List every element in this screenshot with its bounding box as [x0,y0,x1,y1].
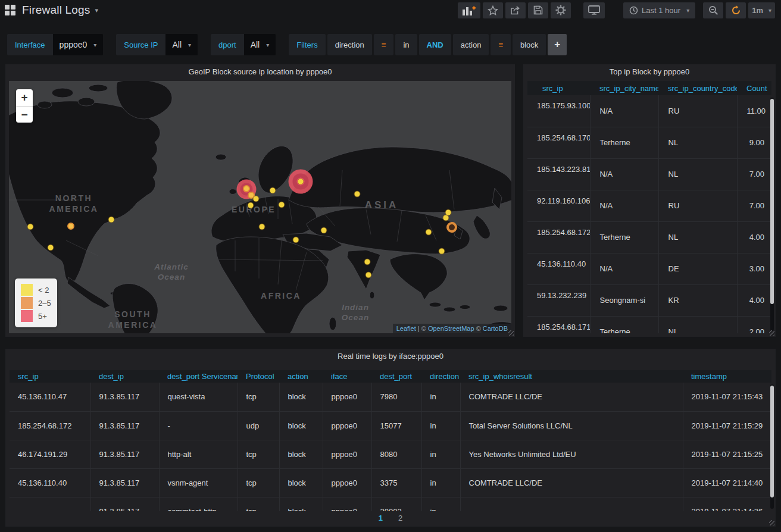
small-marker[interactable] [321,228,327,233]
column-header[interactable]: timestamp [683,370,771,383]
table-cell: 8080 [371,440,421,468]
dashboard-filter-bar: Interface pppoe0▾ Source IP All▾ dport A… [7,34,567,55]
column-header[interactable]: dest_port Servicename [159,370,238,383]
scrollbar-thumb[interactable] [770,99,774,304]
small-marker[interactable] [439,249,445,254]
small-marker[interactable] [279,202,285,208]
column-header[interactable]: src_ip_whoisresult [460,370,683,383]
filter-expr-item[interactable]: = [374,34,394,55]
map-label: Indian Ocean [342,303,369,323]
leaflet-link[interactable]: Leaflet [396,325,416,332]
openstreetmap-link[interactable]: OpenStreetMap [428,325,474,332]
column-header[interactable]: src_ip_country_code [658,81,737,95]
filter-expr-item[interactable]: = [491,34,511,55]
table-cell: COMTRADE LLC/DE [460,383,683,411]
small-marker[interactable] [426,230,432,235]
table-row: 91.3.85.117commtact-httptcpblockpppoe020… [10,497,771,511]
legend-swatch [21,310,33,322]
add-panel-button[interactable] [458,2,480,18]
column-header[interactable]: dest_ip [90,370,159,383]
zoom-out-time-button[interactable] [703,2,723,18]
small-marker[interactable] [443,215,449,221]
small-marker[interactable] [355,192,360,197]
small-marker[interactable] [48,245,54,251]
cartodb-link[interactable]: CartoDB [483,325,508,332]
table-cell: 91.3.85.117 [90,411,159,440]
map-attribution: Leaflet | © OpenStreetMap © CartoDB [393,324,511,333]
panel-title[interactable]: GeoIP Block source ip location by pppoe0 [5,64,515,80]
column-header[interactable]: src_ip_city_name [590,81,658,95]
scrollbar-track[interactable] [770,98,774,331]
top-ip-table: src_ipsrc_ip_city_namesrc_ip_country_cod… [527,81,771,333]
small-marker[interactable] [260,224,265,230]
ring-marker[interactable] [446,222,457,233]
zoom-in-button[interactable]: + [16,89,33,106]
table-row: 185.254.68.171TerherneNL2.00 [527,316,771,333]
panel-resize-handle[interactable] [769,330,774,336]
small-marker[interactable] [28,224,33,230]
save-button[interactable] [528,2,548,18]
source-ip-label: Source IP [116,34,165,55]
filter-expr-item[interactable]: direction [327,34,372,55]
interface-variable-dropdown[interactable]: Interface pppoe0▾ [7,34,103,55]
column-header[interactable]: src_ip [10,370,90,383]
panel-title[interactable]: Top ip Block by pppoe0 [523,64,776,80]
scrollbar-thumb[interactable] [770,386,774,497]
column-header[interactable]: src_ip [527,81,590,95]
scrollbar-track[interactable] [770,384,774,509]
grafana-logo-icon[interactable] [5,5,15,15]
small-marker[interactable] [298,179,304,184]
star-button[interactable] [483,2,503,18]
column-header[interactable]: action [279,370,323,383]
share-button[interactable] [505,2,526,18]
table-cell: - [159,411,238,440]
small-orange-marker[interactable] [243,185,250,192]
settings-button[interactable] [551,2,571,18]
add-filter-button[interactable]: + [548,34,567,55]
star-icon [488,5,498,15]
filter-expr-item[interactable]: action [453,34,489,55]
chevron-down-icon: ▾ [686,7,689,14]
panel-title[interactable]: Real time logs by iface:pppoe0 [5,349,776,364]
small-marker[interactable] [248,203,254,208]
world-map[interactable]: NORTH AMERICAEUROPEASIAAFRICASOUTH AMERI… [9,81,511,333]
small-marker[interactable] [366,273,371,278]
column-header[interactable]: iface [323,370,371,383]
table-cell: 9.00 [737,127,771,158]
time-range-picker[interactable]: Last 1 hour ▾ [623,2,695,18]
small-marker[interactable] [446,210,451,215]
table-cell: block [279,411,323,440]
pagination-page[interactable]: 1 [379,514,383,522]
table-cell: pppoe0 [323,468,371,497]
small-marker[interactable] [365,259,370,265]
refresh-button[interactable] [726,2,746,18]
pagination-page[interactable]: 2 [398,514,402,522]
small-marker[interactable] [109,217,114,223]
realtime-logs-panel: Real time logs by iface:pppoe0 src_ipdes… [5,348,776,527]
top-navbar: Firewall Logs ▾ Last 1 hour ▾ 1m ▾ [0,0,781,19]
table-cell: pppoe0 [323,383,371,411]
filter-expr-item[interactable]: AND [419,34,451,55]
column-header[interactable]: dest_port [371,370,421,383]
dashboard-title[interactable]: Firewall Logs [22,4,90,17]
filter-expr-item[interactable]: in [395,34,417,55]
panel-resize-handle[interactable] [769,520,774,525]
refresh-interval-dropdown[interactable]: 1m ▾ [748,2,775,18]
panel-resize-handle[interactable] [508,330,514,336]
small-marker[interactable] [270,188,276,193]
tv-mode-button[interactable] [583,2,605,18]
small-marker[interactable] [254,196,259,202]
source-ip-variable-dropdown[interactable]: Source IP All▾ [116,34,198,55]
zoom-out-button[interactable]: − [16,106,33,123]
small-orange-marker[interactable] [67,223,74,230]
small-marker[interactable] [293,237,299,243]
title-caret-icon[interactable]: ▾ [95,7,99,14]
table-cell: vsnm-agent [159,468,238,497]
column-header[interactable]: direction [421,370,460,383]
table-cell: 11.00 [737,95,771,127]
dport-variable-dropdown[interactable]: dport All▾ [211,34,276,55]
column-header[interactable]: Protocol [238,370,279,383]
column-header[interactable]: Count [737,81,771,95]
table-cell: udp [238,411,279,440]
filter-expr-item[interactable]: block [513,34,546,55]
